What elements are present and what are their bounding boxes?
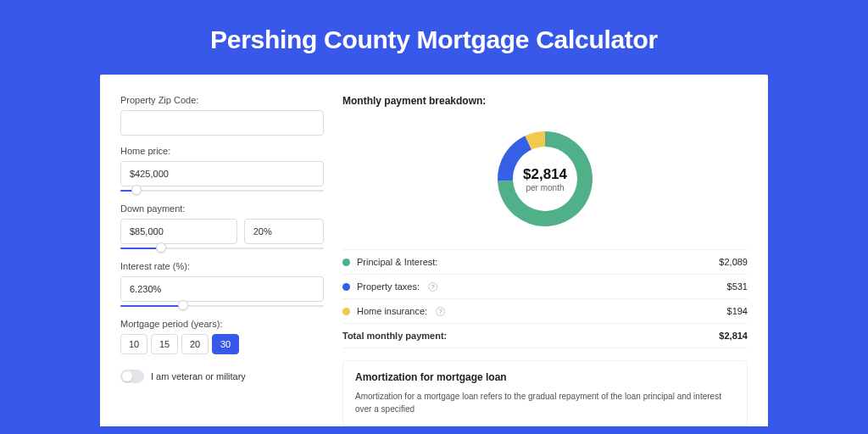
donut-chart: $2,814 per month bbox=[492, 126, 598, 231]
interest-rate-label: Interest rate (%): bbox=[120, 261, 324, 271]
mortgage-period-option-15[interactable]: 15 bbox=[151, 334, 178, 354]
legend-row-yellow: Home insurance:?$194 bbox=[342, 299, 748, 324]
legend-row-green: Principal & Interest:$2,089 bbox=[342, 250, 748, 275]
legend-row-blue: Property taxes:?$531 bbox=[342, 275, 748, 299]
amortization-title: Amortization for mortgage loan bbox=[355, 371, 735, 383]
down-payment-input[interactable] bbox=[120, 219, 237, 244]
home-price-input[interactable] bbox=[120, 161, 324, 186]
info-icon[interactable]: ? bbox=[436, 307, 445, 316]
page-title: Pershing County Mortgage Calculator bbox=[0, 0, 868, 75]
donut-center-sub: per month bbox=[526, 183, 564, 192]
zip-label: Property Zip Code: bbox=[120, 95, 324, 105]
zip-field-block: Property Zip Code: bbox=[120, 95, 324, 136]
interest-rate-block: Interest rate (%): bbox=[120, 261, 324, 309]
legend-label: Home insurance: bbox=[357, 306, 427, 316]
mortgage-period-label: Mortgage period (years): bbox=[120, 319, 324, 329]
down-payment-label: Down payment: bbox=[120, 203, 324, 214]
donut-chart-wrap: $2,814 per month bbox=[342, 115, 748, 242]
legend-value: $2,089 bbox=[719, 257, 748, 267]
form-column: Property Zip Code: Home price: Down paym… bbox=[120, 95, 324, 426]
legend-row-total: Total monthly payment:$2,814 bbox=[342, 324, 748, 348]
interest-rate-slider[interactable] bbox=[120, 303, 324, 309]
mortgage-period-option-30[interactable]: 30 bbox=[212, 334, 239, 354]
home-price-slider[interactable] bbox=[120, 188, 324, 193]
down-payment-block: Down payment: bbox=[120, 203, 324, 251]
legend: Principal & Interest:$2,089Property taxe… bbox=[342, 249, 748, 348]
swatch-blue bbox=[342, 283, 350, 291]
mortgage-period-option-10[interactable]: 10 bbox=[120, 334, 147, 354]
veteran-toggle[interactable] bbox=[120, 370, 144, 383]
donut-center-amount: $2,814 bbox=[523, 166, 567, 183]
veteran-toggle-label: I am veteran or military bbox=[151, 371, 246, 381]
legend-total-label: Total monthly payment: bbox=[342, 331, 447, 341]
mortgage-period-option-20[interactable]: 20 bbox=[181, 334, 209, 354]
swatch-yellow bbox=[342, 308, 350, 315]
breakdown-title: Monthly payment breakdown: bbox=[342, 95, 748, 107]
zip-input[interactable] bbox=[120, 110, 324, 136]
legend-total-value: $2,814 bbox=[719, 331, 748, 341]
veteran-toggle-row: I am veteran or military bbox=[120, 370, 324, 383]
amortization-card: Amortization for mortgage loan Amortizat… bbox=[342, 360, 748, 426]
interest-rate-input[interactable] bbox=[120, 276, 324, 302]
swatch-green bbox=[342, 259, 350, 266]
legend-value: $531 bbox=[727, 281, 748, 292]
legend-value: $194 bbox=[727, 306, 748, 316]
home-price-block: Home price: bbox=[120, 146, 324, 193]
home-price-label: Home price: bbox=[120, 146, 324, 156]
legend-label: Property taxes: bbox=[357, 281, 420, 292]
mortgage-period-block: Mortgage period (years): 10152030 bbox=[120, 319, 324, 354]
amortization-text: Amortization for a mortgage loan refers … bbox=[355, 390, 735, 415]
breakdown-column: Monthly payment breakdown: $2,814 per mo… bbox=[342, 95, 748, 426]
info-icon[interactable]: ? bbox=[428, 282, 437, 292]
legend-label: Principal & Interest: bbox=[357, 257, 437, 267]
calculator-card: Property Zip Code: Home price: Down paym… bbox=[100, 75, 768, 426]
down-payment-slider[interactable] bbox=[120, 246, 324, 251]
down-payment-pct-input[interactable] bbox=[244, 219, 324, 244]
